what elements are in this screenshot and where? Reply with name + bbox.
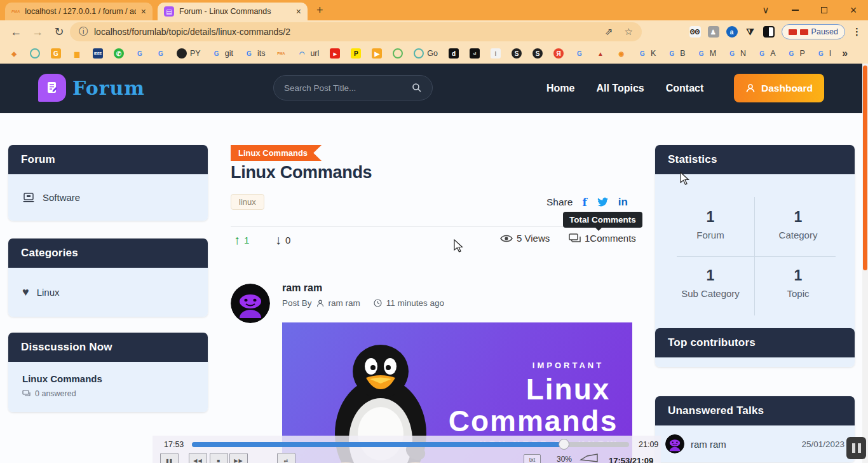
bookmark-item[interactable]: GA	[757, 48, 775, 59]
bookmark-item[interactable]: ◉	[616, 48, 627, 59]
bookmark-item[interactable]: GK	[637, 48, 656, 59]
bookmark-item[interactable]: P	[351, 48, 361, 59]
previous-button[interactable]: ◀◀	[189, 453, 207, 463]
shuffle-button[interactable]: ⇄	[277, 453, 295, 463]
extensions-puzzle-icon[interactable]: ⧩	[745, 26, 756, 38]
bookmark-item[interactable]: ▶	[372, 48, 382, 59]
post-time: 11 minutes ago	[386, 298, 444, 308]
tab-close-icon[interactable]: ×	[141, 6, 146, 17]
post-by-name[interactable]: ram ram	[329, 298, 360, 308]
browser-tab-phpmyadmin[interactable]: PMA localhost / 127.0.0.1 / forum / ad ×	[5, 3, 153, 20]
nav-item-contact[interactable]: Contact	[666, 83, 704, 94]
address-bar[interactable]: ⓘ localhost/forumlab/topic/details/linux…	[70, 22, 642, 41]
recorder-pause-button[interactable]	[846, 437, 866, 459]
seek-thumb[interactable]	[559, 439, 569, 450]
bookmark-item[interactable]: d	[449, 48, 459, 59]
pause-button[interactable]: ▮▮	[160, 453, 179, 463]
speaker-icon[interactable]	[580, 453, 599, 463]
bookmark-item[interactable]: ▲	[595, 48, 606, 59]
bookmarks-overflow-chevron[interactable]: »	[842, 48, 848, 59]
browser-tab-forum[interactable]: ▤ Forum - Linux Commands ×	[158, 3, 308, 20]
author-name[interactable]: ram ram	[282, 282, 322, 294]
tab-search-icon[interactable]: ∨	[752, 0, 779, 20]
bookmark-item[interactable]: IEEE	[93, 48, 103, 59]
bookmark-item[interactable]	[30, 48, 40, 59]
search-bar[interactable]	[273, 75, 433, 100]
bookmark-item[interactable]: ◆	[9, 48, 19, 59]
next-button[interactable]: ▶▶	[229, 453, 248, 463]
godaddy-go-icon	[414, 48, 424, 59]
back-button[interactable]: ←	[5, 25, 27, 39]
url-text[interactable]: localhost/forumlab/topic/details/linux-c…	[94, 27, 290, 37]
scrollbar-thumb[interactable]	[863, 66, 867, 270]
panda-extension-icon[interactable]: ʘʘ	[689, 26, 701, 38]
download-paused-badge[interactable]: Paused	[782, 24, 845, 39]
comments-indicator[interactable]: 1Comments	[569, 233, 636, 244]
bookmark-item[interactable]: GB	[667, 48, 685, 59]
bookmark-item[interactable]: GM	[696, 48, 716, 59]
gray-extension-icon[interactable]: ♟	[708, 26, 719, 38]
facebook-icon[interactable]: f	[582, 196, 587, 209]
share-page-icon[interactable]: ⇗	[605, 26, 613, 38]
site-logo[interactable]: Forum	[38, 74, 145, 102]
reader-extension-icon[interactable]	[763, 26, 775, 38]
bookmark-item[interactable]: i	[491, 48, 501, 59]
browser-menu-icon[interactable]: ⋮	[852, 26, 862, 38]
a-extension-icon[interactable]: a	[726, 26, 738, 38]
bookmark-item[interactable]: Ggit	[212, 48, 233, 59]
bookmark-item[interactable]: G	[51, 48, 61, 59]
page-scrollbar[interactable]	[862, 64, 868, 463]
bookmark-item[interactable]: ✆	[114, 48, 124, 59]
bookmark-star-icon[interactable]: ☆	[625, 26, 633, 38]
site-info-icon[interactable]: ⓘ	[79, 26, 88, 38]
downvote-button[interactable]: ↓ 0	[275, 233, 290, 247]
refresh-button[interactable]: ↻	[48, 25, 70, 39]
bookmark-item[interactable]: PMA	[276, 48, 286, 59]
bookmark-item[interactable]	[393, 48, 403, 59]
upvote-button[interactable]: ↑ 1	[234, 233, 249, 247]
nav-item-all-topics[interactable]: All Topics	[596, 83, 644, 94]
tab-close-icon[interactable]: ×	[296, 6, 301, 17]
bookmark-item[interactable]: GP	[786, 48, 804, 59]
bookmark-item[interactable]: G	[574, 48, 585, 59]
sidebar-item-software[interactable]: Software	[22, 192, 194, 203]
bookmark-item[interactable]: Gits	[244, 48, 266, 59]
txt-toggle-button[interactable]: txt	[524, 454, 541, 463]
dashboard-button[interactable]: Dashboard	[734, 74, 824, 102]
bookmark-item[interactable]: G	[135, 48, 145, 59]
down-arrow-icon[interactable]: ↓	[275, 233, 281, 247]
bookmark-item[interactable]: S	[532, 48, 543, 59]
bookmark-label: Go	[427, 49, 438, 58]
bookmark-item[interactable]: cl	[470, 48, 480, 59]
bookmark-item[interactable]: ▸	[330, 48, 340, 59]
bookmark-item[interactable]: S	[512, 48, 522, 59]
bookmark-item[interactable]: ◠url	[297, 48, 319, 59]
bookmark-item[interactable]: PY	[177, 48, 201, 59]
bookmark-item[interactable]: GI	[816, 48, 831, 59]
twitter-icon[interactable]	[597, 197, 609, 207]
bookmark-item[interactable]: Go	[414, 48, 438, 59]
new-tab-button[interactable]: +	[316, 4, 323, 17]
up-arrow-icon[interactable]: ↑	[234, 233, 240, 247]
google-icon: G	[212, 48, 222, 59]
bookmark-item[interactable]: ▆	[72, 48, 82, 59]
unanswered-talk-row[interactable]: ram ram 25/01/2023	[655, 425, 855, 462]
linkedin-icon[interactable]: in	[618, 196, 628, 209]
bookmark-item[interactable]: Я	[553, 48, 564, 59]
seek-bar[interactable]	[192, 442, 629, 447]
minimize-button[interactable]	[782, 0, 808, 20]
search-icon[interactable]	[412, 83, 422, 93]
stop-button[interactable]: ■	[210, 453, 228, 463]
bookmark-item[interactable]: GN	[727, 48, 746, 59]
close-window-button[interactable]: ×	[840, 0, 867, 20]
discussion-topic-link[interactable]: Linux Commands	[22, 373, 194, 384]
search-input[interactable]	[284, 83, 412, 93]
bookmark-item[interactable]: G	[156, 48, 166, 59]
forward-button[interactable]: →	[27, 25, 48, 39]
tag-linux[interactable]: linux	[231, 194, 264, 210]
nav-item-home[interactable]: Home	[546, 83, 574, 94]
sidebar-item-linux[interactable]: ♥ Linux	[22, 286, 194, 299]
restore-button[interactable]	[811, 0, 837, 20]
talk-user-name[interactable]: ram ram	[691, 439, 726, 450]
sidebar-item-label: Linux	[37, 287, 60, 298]
